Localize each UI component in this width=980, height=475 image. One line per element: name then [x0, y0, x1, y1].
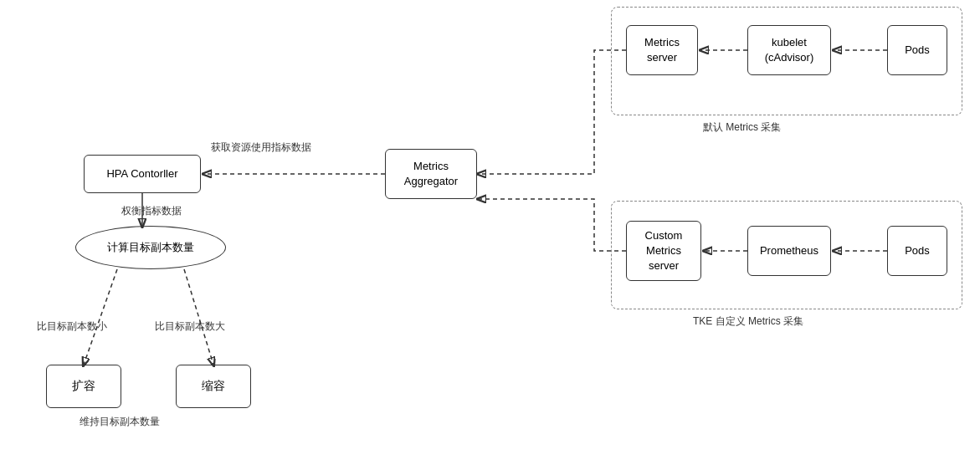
custom-metrics-label: Custom Metrics server [645, 228, 683, 274]
pods-top-label: Pods [905, 43, 930, 58]
pods-bottom-label: Pods [905, 243, 930, 258]
kubelet-label: kubelet (cAdvisor) [765, 35, 814, 65]
svg-line-7 [184, 269, 213, 365]
kubelet-box: kubelet (cAdvisor) [747, 25, 831, 75]
metrics-server-box: Metrics server [626, 25, 698, 75]
get-metrics-label: 获取资源使用指标数据 [211, 140, 311, 155]
greater-than-label: 比目标副本数大 [155, 319, 225, 334]
pods-bottom-box: Pods [887, 226, 947, 276]
metrics-server-label: Metrics server [644, 35, 680, 65]
hpa-controller-label: HPA Contorller [106, 166, 177, 181]
custom-metrics-box: Custom Metrics server [626, 221, 701, 281]
maintain-label: 维持目标副本数量 [80, 415, 160, 429]
shrink-box: 缩容 [176, 365, 251, 408]
metrics-aggregator-box: Metrics Aggregator [385, 149, 477, 199]
svg-line-6 [84, 269, 117, 365]
pods-top-box: Pods [887, 25, 947, 75]
expand-box: 扩容 [46, 365, 121, 408]
prometheus-label: Prometheus [760, 243, 818, 258]
bottom-region-label: TKE 自定义 Metrics 采集 [693, 314, 803, 329]
metrics-aggregator-label: Metrics Aggregator [404, 159, 458, 189]
expand-label: 扩容 [72, 378, 95, 395]
calc-replicas-label: 计算目标副本数量 [107, 240, 194, 255]
hpa-controller-box: HPA Contorller [84, 155, 201, 193]
diagram: 默认 Metrics 采集 TKE 自定义 Metrics 采集 Metrics… [0, 0, 980, 475]
top-region-label: 默认 Metrics 采集 [703, 120, 781, 135]
less-than-label: 比目标副本数小 [37, 319, 107, 334]
shrink-label: 缩容 [202, 378, 225, 395]
prometheus-box: Prometheus [747, 226, 831, 276]
balance-label: 权衡指标数据 [121, 204, 182, 218]
calc-replicas-ellipse: 计算目标副本数量 [75, 226, 226, 269]
